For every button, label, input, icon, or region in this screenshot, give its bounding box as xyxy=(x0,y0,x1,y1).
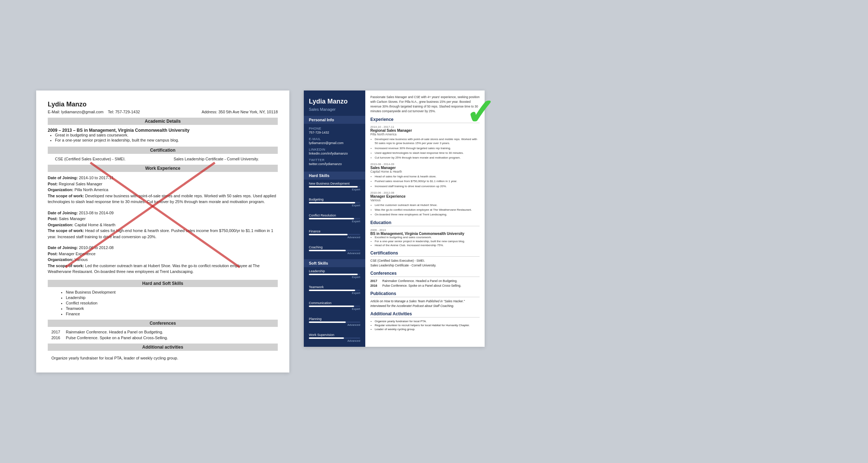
work2-post: Sales Manager xyxy=(59,216,86,221)
work1-date-label: Date of Joining: xyxy=(48,176,78,180)
twitter-val: twitter.com/lydiamanzo xyxy=(309,162,360,166)
hard-skills-container: New Business Development Expert Budgetin… xyxy=(304,180,365,259)
education-section: Education 2009 - 2013 BS in Management, … xyxy=(370,220,480,247)
edu-bullets: Great in budgeting and sales coursework.… xyxy=(55,133,278,142)
linkedin-val: linkedin.com/in/lydiamanzo xyxy=(309,152,360,155)
skills-list: New Business Development Leadership Conf… xyxy=(55,290,278,316)
email-val: lydiamanzо@gmail.com xyxy=(61,110,103,114)
edu-b2: For a one-year senior project in leaders… xyxy=(375,240,480,243)
r-conf1-year: 2017 xyxy=(370,279,379,283)
edu-dates: 2009 - 2013 xyxy=(370,228,480,232)
skill-5: Finance xyxy=(66,312,278,316)
pub-1: Article on How to Manage a Sales Team Pu… xyxy=(370,299,480,303)
cert-2: Sales Leadership Certificate - Cornell U… xyxy=(174,157,278,161)
skill-4: Teamwork xyxy=(66,306,278,311)
certifications-title: Certifications xyxy=(370,251,480,257)
pub-2: Interviewed for the Accelerate! Podcast … xyxy=(370,304,480,308)
work-3: Date of Joining: 2010-06 to 2012-08 Post… xyxy=(48,245,278,275)
work3-post-label: Post: xyxy=(48,252,58,256)
r-conf1-text: Rainmaker Conference. Headed a Panel on … xyxy=(382,279,458,283)
work1-org-label: Organization: xyxy=(48,188,73,192)
experience-container: 2014-10 - 2017-11 Regional Sales Manager… xyxy=(370,125,480,216)
edu-title: 2009 – 2013 – BS in Management, Virginia… xyxy=(48,128,278,133)
twitter-row: Twitter twitter.com/lydiamanzo xyxy=(309,158,360,166)
conf2-year: 2016 xyxy=(51,336,62,340)
soft-skill-0: Leadership Expert xyxy=(304,267,365,283)
edu-bullet-2: For a one-year senior project in leaders… xyxy=(55,138,278,142)
section-cert: Certification xyxy=(48,147,278,154)
edu-degree: BS in Management, Virginia Commonwealth … xyxy=(370,232,480,236)
r-conf2-text: Pulse Conference. Spoke on a Panel about… xyxy=(382,284,461,287)
soft-skill-4: Work Supervision Advanced xyxy=(304,331,365,347)
right-sidebar: Lydia Manzo Sales Manager Personal Info … xyxy=(304,91,365,347)
conf1-text: Rainmaker Conference. Headed a Panel on … xyxy=(66,330,163,334)
section-conf: Conferences xyxy=(48,320,278,327)
work-2: Date of Joining: 2013-08 to 2014-09 Post… xyxy=(48,210,278,240)
work2-post-label: Post: xyxy=(48,216,58,221)
work2-org-label: Organization: xyxy=(48,223,73,227)
personal-info-block: Phone 757-729-1432 E-mail lydiamanzо@gma… xyxy=(304,124,365,172)
edu-b3: Head of the Anime Club. Increased member… xyxy=(375,244,480,247)
personal-info-label: Personal Info xyxy=(304,116,365,124)
work1-post-label: Post: xyxy=(48,182,58,186)
phone-val: 757-729-1432 xyxy=(309,131,360,134)
work1-scope-label: The scope of work: xyxy=(48,194,84,198)
linkedin-row: LinkedIn linkedin.com/in/lydiamanzo xyxy=(309,148,360,155)
tel-label: Tel: xyxy=(108,110,114,114)
experience-title: Experience xyxy=(370,117,480,123)
conf-1: 2017 Rainmaker Conference. Headed a Pane… xyxy=(48,330,278,334)
r-conf-1: 2017 Rainmaker Conference. Headed a Pane… xyxy=(370,279,480,283)
left-contact: E-Mail: lydiamanzо@gmail.com Tel: 757-72… xyxy=(48,110,278,114)
hard-skill-0: New Business Development Expert xyxy=(304,180,365,195)
skill-3: Conflict resolution xyxy=(66,301,278,305)
skill-1: New Business Development xyxy=(66,290,278,294)
act-1: Organize yearly fundraiser for local PTA… xyxy=(375,320,480,323)
experience-section: Experience 2014-10 - 2017-11 Regional Sa… xyxy=(370,117,480,216)
conf1-year: 2017 xyxy=(51,330,62,334)
hard-skill-3: Finance Advanced xyxy=(304,227,365,243)
exp-1: 2013-08 - 2014-09 Sales Manager Capital … xyxy=(370,163,480,188)
work1-org: Pilla North America xyxy=(75,188,109,192)
work1-dates: 2014-10 to 2017-11 xyxy=(79,176,114,180)
soft-skill-3: Planning Advanced xyxy=(304,315,365,331)
conferences-section: Conferences 2017 Rainmaker Conference. H… xyxy=(370,271,480,287)
exp-2: 2010-06 - 2012-08 Manager Experience Var… xyxy=(370,191,480,217)
work2-org: Capital Home & Hearth xyxy=(75,223,115,227)
work1-post: Regional Sales Manager xyxy=(59,182,102,186)
left-name: Lydia Manzo xyxy=(48,101,278,108)
section-additional: Additional activities xyxy=(48,344,278,351)
additional-text: Organize yearly fundraiser for local PTA… xyxy=(48,354,278,362)
cert-row: CSE (Certified Sales Executive) - SMEI. … xyxy=(48,157,278,161)
address-val: 350 5th Ave New York, NY, 10118 xyxy=(218,110,278,114)
tel-val: 757-729-1432 xyxy=(115,110,140,114)
conf2-text: Pulse Conference. Spoke on a Panel about… xyxy=(66,336,168,340)
right-summary: Passionate Sales Manager and CSE with 4+… xyxy=(370,95,480,113)
linkedin-key: LinkedIn xyxy=(309,148,360,151)
address-label: Address: xyxy=(201,110,217,114)
work3-org-label: Organization: xyxy=(48,257,73,262)
education-title: Education xyxy=(370,220,480,226)
right-name: Lydia Manzo xyxy=(309,98,360,106)
work2-dates: 2013-08 to 2014-09 xyxy=(79,211,114,215)
work3-dates: 2010-06 to 2012-08 xyxy=(79,245,114,250)
work2-date-label: Date of Joining: xyxy=(48,211,78,215)
additional-list: Organize yearly fundraiser for local PTA… xyxy=(375,320,480,331)
main-container: Lydia Manzo E-Mail: lydiamanzо@gmail.com… xyxy=(36,91,832,372)
right-main: Passionate Sales Manager and CSE with 4+… xyxy=(365,91,485,347)
publications-title: Publications xyxy=(370,291,480,297)
right-title: Sales Manager xyxy=(309,107,360,111)
act-2: Regular volunteer to recruit helpers for… xyxy=(375,324,480,327)
conferences-title: Conferences xyxy=(370,271,480,277)
email-key: E-mail xyxy=(309,137,360,141)
work2-scope-label: The scope of work: xyxy=(48,228,84,233)
additional-title: Additional Activities xyxy=(370,311,480,317)
email-row: E-mail lydiamanzо@gmail.com xyxy=(309,137,360,145)
left-email: E-Mail: lydiamanzо@gmail.com Tel: 757-72… xyxy=(48,110,140,114)
edu-entry: 2009 - 2013 BS in Management, Virginia C… xyxy=(370,228,480,247)
work3-post: Manager Experience xyxy=(59,252,96,256)
soft-skill-2: Communication Expert xyxy=(304,299,365,315)
right-name-block: Lydia Manzo Sales Manager xyxy=(304,91,365,116)
publications-section: Publications Article on How to Manage a … xyxy=(370,291,480,308)
hard-skill-2: Conflict Resolution Expert xyxy=(304,211,365,227)
section-academic: Academic Details xyxy=(48,118,278,125)
